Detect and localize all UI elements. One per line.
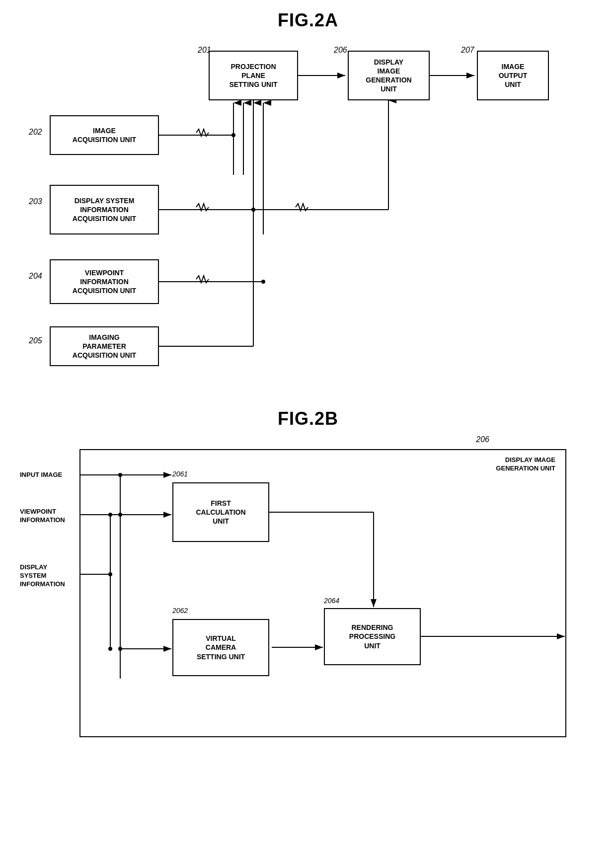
ref-2061: 2061 <box>172 470 188 478</box>
fig2b-outer-box: DISPLAY IMAGE GENERATION UNIT 2061 FIRST… <box>79 449 566 737</box>
svg-point-23 <box>118 513 122 517</box>
ref-202: 202 <box>29 128 42 137</box>
ref-2062: 2062 <box>172 607 188 615</box>
box-203: DISPLAY SYSTEM INFORMATION ACQUISITION U… <box>50 185 159 234</box>
box-202: IMAGE ACQUISITION UNIT <box>50 115 159 155</box>
fig2b-outer-label: DISPLAY IMAGE GENERATION UNIT <box>496 456 555 473</box>
box-2061: FIRST CALCULATION UNIT <box>172 482 269 542</box>
label-viewpoint-info: VIEWPOINT INFORMATION <box>20 508 65 525</box>
ref-206: 206 <box>334 46 347 55</box>
fig2a-diagram: 201 206 207 202 203 204 205 PROJECTION P… <box>20 51 596 379</box>
ref-2064: 2064 <box>324 597 339 605</box>
box-2062: VIRTUAL CAMERA SETTING UNIT <box>172 619 269 676</box>
svg-point-10 <box>231 133 235 137</box>
box-2064-label: RENDERING PROCESSING UNIT <box>349 623 395 650</box>
box-2061-label: FIRST CALCULATION UNIT <box>196 499 245 526</box>
box-203-label: DISPLAY SYSTEM INFORMATION ACQUISITION U… <box>73 196 136 224</box>
box-205-label: IMAGING PARAMETER ACQUISITION UNIT <box>73 333 136 360</box>
box-207-label: IMAGE OUTPUT UNIT <box>499 62 528 89</box>
box-2062-label: VIRTUAL CAMERA SETTING UNIT <box>197 634 245 661</box>
box-202-label: IMAGE ACQUISITION UNIT <box>73 126 136 144</box>
fig2b-title: FIG.2B <box>20 408 596 429</box>
fig2a-section: FIG.2A <box>20 10 596 379</box>
fig2b-section: FIG.2B 206 DISPLAY IMAGE GENERATION UNIT… <box>20 408 596 757</box>
svg-point-28 <box>108 572 112 576</box>
ref-203: 203 <box>29 197 42 206</box>
box-204-label: VIEWPOINT INFORMATION ACQUISITION UNIT <box>73 268 136 296</box>
page-container: FIG.2A <box>0 0 616 767</box>
svg-point-21 <box>118 473 122 477</box>
box-201-label: PROJECTION PLANE SETTING UNIT <box>229 62 277 89</box>
ref-206-b: 206 <box>476 435 489 444</box>
fig2b-diagram: 206 DISPLAY IMAGE GENERATION UNIT 2061 F… <box>20 449 596 757</box>
box-207: IMAGE OUTPUT UNIT <box>477 51 549 100</box>
ref-207: 207 <box>461 46 474 55</box>
label-input-image: INPUT IMAGE <box>20 471 62 478</box>
box-2064: RENDERING PROCESSING UNIT <box>324 608 421 665</box>
fig2a-title: FIG.2A <box>20 10 596 31</box>
ref-204: 204 <box>29 272 42 281</box>
box-204: VIEWPOINT INFORMATION ACQUISITION UNIT <box>50 259 159 304</box>
box-206: DISPLAY IMAGE GENERATION UNIT <box>348 51 430 100</box>
svg-point-14 <box>261 280 265 284</box>
svg-point-30 <box>108 513 112 517</box>
label-display-system-info: DISPLAY SYSTEM INFORMATION <box>20 563 65 589</box>
box-206-label: DISPLAY IMAGE GENERATION UNIT <box>366 58 411 94</box>
svg-point-26 <box>118 647 122 651</box>
ref-205: 205 <box>29 336 42 345</box>
svg-point-12 <box>251 208 255 212</box>
box-201: PROJECTION PLANE SETTING UNIT <box>209 51 298 100</box>
fig2b-inner-svg <box>80 450 565 736</box>
box-205: IMAGING PARAMETER ACQUISITION UNIT <box>50 326 159 366</box>
svg-point-32 <box>108 647 112 651</box>
